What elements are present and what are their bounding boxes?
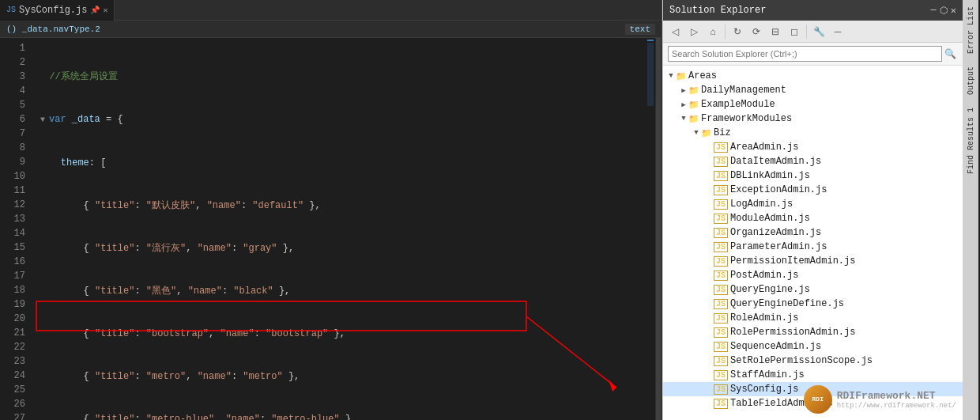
- tree-item-log[interactable]: JS LogAdmin.js: [663, 197, 963, 211]
- solution-explorer: Solution Explorer ─ ⬡ ✕ ◁ ▷ ⌂ ↻ ⟳ ⊟ ◻ 🔧 …: [662, 0, 963, 420]
- tree-item-biz[interactable]: ▼ 📁 Biz: [663, 126, 963, 140]
- tree-item-dblink[interactable]: JS DBLinkAdmin.js: [663, 168, 963, 183]
- tree-label-areas: Areas: [688, 70, 717, 81]
- folder-icon-biz: 📁: [701, 127, 712, 138]
- tree-item-daily[interactable]: ▶ 📁 DailyManagement: [663, 83, 963, 97]
- tree-label-querydefine: QueryEngineDefine.js: [730, 298, 844, 309]
- tree-item-setrolepermission[interactable]: JS SetRolePermissionScope.js: [663, 354, 963, 368]
- js-icon-log: JS: [714, 199, 728, 210]
- tab-close-button[interactable]: ✕: [103, 6, 107, 15]
- refresh-button[interactable]: ⟳: [748, 23, 765, 40]
- search-button[interactable]: 🔍: [942, 46, 958, 62]
- tree-label-dataitem: DataItemAdmin.js: [730, 156, 821, 167]
- tree-item-query[interactable]: JS QueryEngine.js: [663, 282, 963, 297]
- js-icon-rolepermission: JS: [714, 327, 728, 338]
- breadcrumb-right: text: [625, 24, 655, 35]
- close-icon[interactable]: ✕: [951, 5, 956, 17]
- tree-label-parameter: ParameterAdmin.js: [730, 241, 827, 252]
- tree-item-framework[interactable]: ▼ 📁 FrameworkModules: [663, 112, 963, 126]
- tree-item-staff[interactable]: JS StaffAdmin.js: [663, 368, 963, 382]
- tree-item-module[interactable]: JS ModuleAdmin.js: [663, 211, 963, 225]
- code-line-9: { "title": "metro-blue", "name": "metro-…: [38, 412, 646, 420]
- tree-item-sysconfig[interactable]: JS SysConfig.js: [663, 382, 963, 396]
- tab-bar: JS SysConfig.js 📌 ✕: [0, 0, 662, 21]
- js-icon-query: JS: [714, 285, 728, 295]
- tree-item-exception[interactable]: JS ExceptionAdmin.js: [663, 183, 963, 197]
- breadcrumb-text: () _data.navType.2: [6, 25, 100, 34]
- toolbar-sep-1: [725, 25, 726, 39]
- tree-item-tablefield[interactable]: JS TableFieldAdmin.js: [663, 396, 963, 411]
- expand-icon-framework: ▼: [679, 114, 688, 123]
- tree-label-exception: ExceptionAdmin.js: [730, 184, 827, 195]
- tree-item-rolepermission[interactable]: JS RolePermissionAdmin.js: [663, 325, 963, 339]
- expand-icon-areas: ▼: [666, 71, 676, 81]
- code-line-7: { "title": "bootstrap", "name": "bootstr…: [38, 327, 646, 341]
- js-icon-module: JS: [714, 214, 728, 224]
- forward-button[interactable]: ▷: [685, 23, 703, 40]
- js-icon-dblink: JS: [714, 171, 728, 181]
- folder-icon-daily: 📁: [688, 85, 699, 96]
- side-label-output[interactable]: Output: [965, 60, 977, 101]
- properties-button[interactable]: 🔧: [810, 23, 827, 40]
- code-line-5: { "title": "流行灰", "name": "gray" },: [38, 241, 646, 255]
- preview-button[interactable]: ─: [829, 23, 846, 40]
- editor-minimap: [646, 38, 655, 420]
- breadcrumb-tag: text: [625, 24, 655, 35]
- tree-item-dataitem[interactable]: JS DataItemAdmin.js: [663, 154, 963, 168]
- solution-tree: ▼ 📁 Areas ▶ 📁 DailyManagement ▶ 📁 Exampl…: [663, 66, 963, 420]
- editor-area: JS SysConfig.js 📌 ✕ () _data.navType.2 t…: [0, 0, 662, 420]
- tree-label-daily: DailyManagement: [701, 85, 786, 96]
- tree-label-rolepermission: RolePermissionAdmin.js: [730, 327, 855, 338]
- tree-item-areas[interactable]: ▼ 📁 Areas: [663, 69, 963, 83]
- js-icon-dataitem: JS: [714, 157, 728, 167]
- code-lines[interactable]: //系统全局设置 ▼var _data = { theme: [ { "titl…: [32, 38, 646, 420]
- tree-item-example[interactable]: ▶ 📁 ExampleModule: [663, 97, 963, 112]
- folder-icon-example: 📁: [688, 99, 699, 110]
- line-numbers: 1 2 3 4 5 6 7 8 9 10 11 12 13 14 15 16 1…: [0, 38, 32, 420]
- tree-item-areaadmin[interactable]: JS AreaAdmin.js: [663, 140, 963, 154]
- home-button[interactable]: ⌂: [704, 23, 722, 40]
- js-icon-exception: JS: [714, 185, 728, 195]
- expand-icon-daily: ▶: [679, 85, 688, 95]
- sync-button[interactable]: ↻: [729, 23, 746, 40]
- tree-item-querydefine[interactable]: JS QueryEngineDefine.js: [663, 297, 963, 311]
- js-icon-role: JS: [714, 313, 728, 324]
- side-label-error-list[interactable]: Error List: [965, 0, 977, 60]
- tree-item-role[interactable]: JS RoleAdmin.js: [663, 311, 963, 325]
- tree-label-dblink: DBLinkAdmin.js: [730, 170, 810, 181]
- js-icon-areaadmin: JS: [714, 142, 728, 153]
- tree-label-sysconfig: SysConfig.js: [730, 384, 798, 395]
- tree-item-parameter[interactable]: JS ParameterAdmin.js: [663, 240, 963, 254]
- side-label-find-results[interactable]: Find Results 1: [965, 101, 977, 180]
- folder-icon-framework: 📁: [688, 113, 699, 124]
- tree-label-sequence: SequenceAdmin.js: [730, 341, 821, 352]
- tree-item-sequence[interactable]: JS SequenceAdmin.js: [663, 339, 963, 354]
- code-line-8: { "title": "metro", "name": "metro" },: [38, 369, 646, 384]
- collapse-button[interactable]: ⊟: [767, 23, 784, 40]
- show-all-button[interactable]: ◻: [786, 23, 803, 40]
- editor-tab[interactable]: JS SysConfig.js 📌 ✕: [0, 0, 115, 21]
- js-icon-querydefine: JS: [714, 299, 728, 309]
- tree-label-organize: OrganizeAdmin.js: [730, 227, 821, 238]
- tree-label-log: LogAdmin.js: [730, 199, 793, 210]
- tree-item-organize[interactable]: JS OrganizeAdmin.js: [663, 225, 963, 240]
- js-icon-setrolepermission: JS: [714, 356, 728, 366]
- tree-label-staff: StaffAdmin.js: [730, 369, 805, 380]
- code-content: 1 2 3 4 5 6 7 8 9 10 11 12 13 14 15 16 1…: [0, 38, 662, 420]
- pin-icon[interactable]: ─: [931, 5, 937, 16]
- tree-item-post[interactable]: JS PostAdmin.js: [663, 268, 963, 282]
- editor-scrollbar[interactable]: [655, 38, 662, 420]
- tree-label-tablefield: TableFieldAdmin.js: [730, 398, 833, 409]
- tree-label-example: ExampleModule: [701, 99, 775, 110]
- se-header-title: Solution Explorer: [669, 5, 931, 16]
- back-button[interactable]: ◁: [666, 23, 684, 40]
- tree-label-permission: PermissionItemAdmin.js: [730, 255, 855, 267]
- js-icon-sysconfig: JS: [714, 384, 728, 395]
- search-input[interactable]: [668, 46, 942, 62]
- tree-label-setrolepermission: SetRolePermissionScope.js: [730, 355, 873, 366]
- float-icon[interactable]: ⬡: [940, 5, 948, 17]
- tree-item-permission[interactable]: JS PermissionItemAdmin.js: [663, 254, 963, 268]
- code-line-2: ▼var _data = {: [38, 112, 646, 127]
- breadcrumb-bar: () _data.navType.2 text: [0, 21, 662, 38]
- tree-label-areaadmin: AreaAdmin.js: [730, 142, 798, 153]
